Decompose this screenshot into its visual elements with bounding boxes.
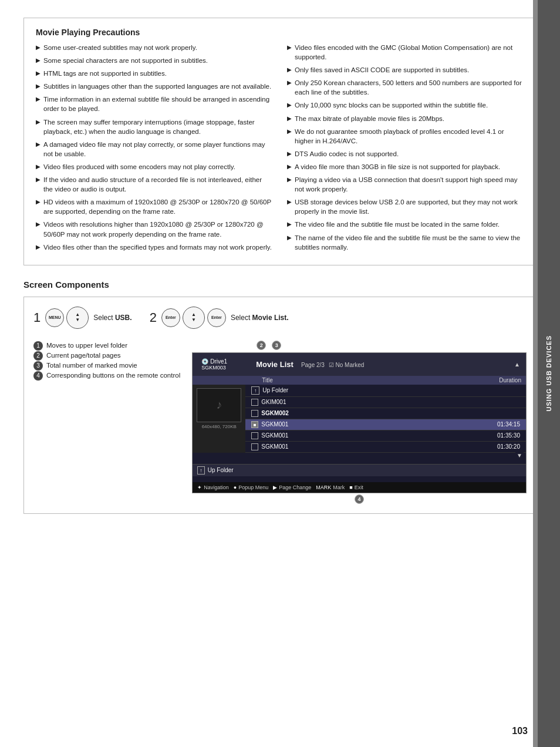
checkbox[interactable] [251, 399, 258, 406]
legend-num: 3 [33, 361, 43, 371]
bullet-arrow: ▶ [287, 79, 292, 87]
movie-row[interactable]: GKIM001 [245, 397, 526, 408]
toolbar-icon: MARK [316, 484, 331, 490]
legend-side: 1Moves to upper level folder2Current pag… [33, 341, 180, 381]
bullet-arrow: ▶ [36, 69, 41, 78]
dpad-button[interactable]: ▲ ▼ [66, 307, 89, 329]
bullet-arrow: ▶ [287, 163, 292, 171]
checkbox[interactable]: ■ [251, 421, 258, 428]
movie-row[interactable]: ↑ Up Folder [245, 385, 526, 397]
bullet-arrow: ▶ [36, 82, 41, 90]
step-1-controls: MENU ▲ ▼ [45, 307, 89, 329]
checkbox[interactable] [251, 410, 258, 417]
page: Movie Playing Precautions ▶Some user-cre… [0, 0, 560, 747]
toolbar-item: MARKMark [316, 484, 345, 490]
step-2-controls: Enter ▲ ▼ Enter [161, 307, 226, 329]
toolbar-item: ●Popup Menu [234, 484, 268, 490]
col-duration-header: Duration [483, 377, 521, 383]
thumb-size: 640x480, 720KB [202, 424, 237, 429]
movie-name: SGKM001 [261, 432, 482, 439]
legend-item: 3Total number of marked movie [33, 361, 180, 371]
scroll-down: ▼ [515, 451, 524, 460]
movie-name: GKIM001 [261, 399, 482, 405]
thumb-col: ♪ 640x480, 720KB [193, 385, 245, 453]
bullet-item: ▶Time information in an external subtitl… [36, 95, 273, 113]
movie-name: SGKM002 [261, 410, 482, 416]
bullet-arrow: ▶ [287, 234, 292, 242]
bullet-arrow: ▶ [36, 95, 41, 103]
drive-name-row: 💿 Drive1 [201, 358, 248, 365]
folder-icon: ↑ [251, 386, 259, 395]
movie-row[interactable]: SGKM002 [245, 408, 526, 419]
enter-button-2[interactable]: Enter [207, 308, 226, 327]
enter-button-1[interactable]: Enter [161, 308, 180, 327]
up-folder-bottom[interactable]: ↑ Up Folder [193, 464, 526, 476]
right-line [533, 0, 538, 747]
bullet-arrow: ▶ [36, 163, 41, 171]
precautions-col-right: ▶Video files encoded with the GMC (Globa… [287, 43, 524, 255]
bullet-arrow: ▶ [287, 101, 292, 109]
bullet-item: ▶Videos with resolutions higher than 192… [36, 220, 273, 238]
bullet-arrow: ▶ [287, 43, 292, 52]
bullet-arrow: ▶ [36, 176, 41, 184]
bullet-item: ▶USB storage devices below USB 2.0 are s… [287, 197, 524, 216]
badge-4: 4 [355, 494, 364, 504]
movie-row[interactable]: SGKM001 01:30:20 [245, 442, 526, 453]
bullet-arrow: ▶ [36, 140, 41, 149]
movie-name: SGKM001 [261, 443, 482, 450]
toolbar-item: ▶Page Change [273, 484, 311, 490]
precautions-box: Movie Playing Precautions ▶Some user-cre… [23, 18, 537, 265]
toolbar-item: ✦Navigation [197, 484, 229, 490]
toolbar-icon: ■ [349, 484, 352, 490]
badge-3: 3 [272, 341, 281, 350]
up-folder-icon: ↑ [197, 466, 205, 475]
badge-2: 2 [257, 341, 266, 350]
dpad-button-2[interactable]: ▲ ▼ [183, 307, 205, 329]
bullet-arrow: ▶ [287, 127, 292, 136]
legend-item: 1Moves to upper level folder [33, 341, 180, 351]
bullet-item: ▶The video file and the subtitle file mu… [287, 220, 524, 229]
movie-toolbar: ✦Navigation●Popup Menu▶Page ChangeMARKMa… [193, 482, 526, 493]
bullet-arrow: ▶ [287, 66, 292, 74]
drive-info: 💿 Drive1 SGKM003 [198, 356, 251, 372]
screen-components-box: 1 MENU ▲ ▼ Select [23, 297, 537, 514]
toolbar-item: ■Exit [349, 484, 363, 490]
movie-duration: 01:30:20 [482, 443, 520, 450]
dpad-arrows: ▲ ▼ [75, 312, 80, 323]
menu-button[interactable]: MENU [45, 308, 64, 327]
page-info: Page 2/3 ☑ No Marked [301, 362, 365, 368]
bullet-arrow: ▶ [287, 220, 292, 228]
right-sidebar: USING USB DEVICES [538, 0, 560, 747]
col-title-header: Title [250, 377, 483, 383]
step-2: 2 Enter ▲ ▼ Enter [150, 307, 289, 329]
movie-duration: 01:34:15 [482, 421, 520, 428]
bullet-item: ▶Video files encoded with the GMC (Globa… [287, 43, 524, 62]
bullet-item: ▶Video files produced with some encoders… [36, 162, 273, 171]
drive-icon: 💿 [201, 358, 208, 365]
precautions-title: Movie Playing Precautions [36, 28, 524, 37]
music-icon: ♪ [216, 398, 222, 412]
page-number: 103 [512, 726, 528, 736]
checkbox[interactable] [251, 432, 258, 439]
step-2-number: 2 [150, 311, 157, 324]
bullet-arrow: ▶ [36, 198, 41, 206]
bullet-item: ▶A video file more than 30GB in file siz… [287, 162, 524, 171]
checkbox[interactable] [251, 443, 258, 450]
bullet-item: ▶We do not guarantee smooth playback of … [287, 127, 524, 146]
movie-row[interactable]: ■ SGKM001 01:34:15 [245, 419, 526, 430]
step-2-text: Select Movie List. [231, 314, 289, 322]
bullet-arrow: ▶ [36, 43, 41, 52]
bullet-arrow: ▶ [36, 56, 41, 65]
movie-list-ui[interactable]: 💿 Drive1 SGKM003 Movie List Page 2/3 ☑ [192, 352, 527, 493]
bullet-item: ▶Some special characters are not support… [36, 56, 273, 65]
badge-4-row: 4 [192, 494, 527, 504]
bullet-arrow: ▶ [36, 220, 41, 228]
bullet-item: ▶Subtitles in languages other than the s… [36, 82, 273, 91]
movie-ui-side: 2 3 💿 Drive1 [192, 341, 527, 504]
bullet-item: ▶If the video and audio structure of a r… [36, 175, 273, 194]
step-1: 1 MENU ▲ ▼ Select [33, 307, 132, 329]
movie-row[interactable]: SGKM001 01:35:30 [245, 430, 526, 442]
movie-list-header: 💿 Drive1 SGKM003 Movie List Page 2/3 ☑ [193, 353, 526, 376]
bullet-arrow: ▶ [287, 115, 292, 123]
precautions-col-left: ▶Some user-created subtitles may not wor… [36, 43, 273, 255]
